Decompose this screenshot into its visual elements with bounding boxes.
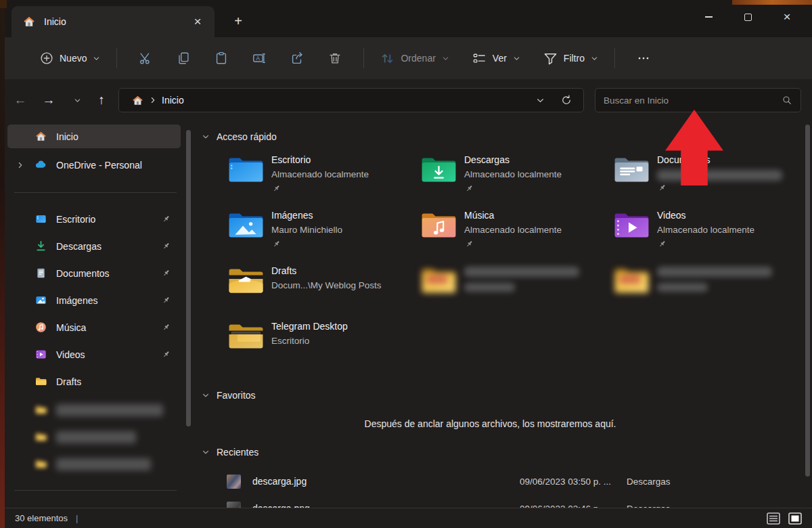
pictures-icon: [35, 294, 47, 307]
history-dropdown-button[interactable]: [66, 89, 89, 112]
close-button[interactable]: ×: [767, 5, 807, 28]
search-icon[interactable]: [782, 95, 792, 106]
recent-file-row[interactable]: descarga.jpg 09/06/2023 03:50 p. ... Des…: [227, 470, 798, 493]
maximize-button[interactable]: [728, 5, 767, 28]
filter-button[interactable]: Filtro: [537, 46, 605, 71]
sidebar-item-onedrive[interactable]: OneDrive - Personal: [7, 153, 181, 177]
trash-icon: [328, 51, 342, 66]
search-input[interactable]: [604, 95, 782, 106]
file-thumbnail: [227, 475, 241, 489]
sidebar-item-label: OneDrive - Personal: [56, 160, 142, 171]
blurred-title: [657, 267, 772, 277]
sidebar-item-drafts[interactable]: Drafts: [7, 370, 181, 393]
chevron-down-icon: [441, 54, 450, 63]
file-date: 09/06/2023 03:50 p. ...: [520, 477, 627, 487]
up-button[interactable]: ↑: [90, 89, 113, 112]
section-recent[interactable]: Recientes: [201, 447, 258, 458]
toolbar-separator: [116, 48, 117, 68]
tile-descargas[interactable]: Descargas Almacenado localmente: [420, 153, 612, 196]
toolbar-separator: [614, 48, 615, 68]
rename-button[interactable]: [240, 45, 278, 71]
tile-telegram-desktop[interactable]: Telegram Desktop Escritorio: [227, 320, 420, 362]
sidebar-item-escritorio[interactable]: Escritorio: [7, 207, 181, 231]
tile-escritorio[interactable]: Escritorio Almacenado localmente: [227, 153, 420, 196]
paste-icon: [214, 51, 229, 66]
minimize-button[interactable]: [689, 5, 728, 28]
sidebar-item-documentos[interactable]: Documentos: [7, 261, 181, 285]
tab-close-icon[interactable]: ×: [189, 13, 206, 30]
folder-music-icon: [420, 210, 458, 242]
tile-title: Música: [464, 208, 562, 223]
sidebar-item-musica[interactable]: Música: [7, 315, 181, 339]
share-button[interactable]: [278, 45, 316, 71]
large-icons-view-button[interactable]: [786, 510, 804, 527]
wallpaper-sliver-top-left: [0, 0, 7, 8]
paste-button[interactable]: [202, 45, 240, 71]
cut-button[interactable]: [127, 45, 164, 71]
main-scrollbar[interactable]: [805, 125, 810, 477]
section-favorites[interactable]: Favoritos: [201, 390, 256, 401]
delete-button[interactable]: [316, 45, 354, 71]
tile-musica[interactable]: Música Almacenado localmente: [420, 208, 612, 251]
section-quick-access[interactable]: Acceso rápido: [201, 131, 277, 142]
details-view-button[interactable]: [765, 510, 782, 527]
items-count: 30 elementos: [15, 513, 68, 523]
sidebar-item-blurred[interactable]: [7, 425, 181, 449]
new-button[interactable]: Nuevo: [33, 46, 107, 70]
new-tab-button[interactable]: +: [228, 11, 248, 31]
ellipsis-icon: [636, 51, 651, 66]
collapse-chevron-icon[interactable]: [201, 132, 210, 141]
file-thumbnail: [227, 502, 241, 508]
tile-title: Escritorio: [271, 153, 369, 167]
tile-videos[interactable]: Videos Almacenado localmente: [612, 208, 805, 251]
search-box[interactable]: [595, 88, 801, 112]
tile-blurred[interactable]: [420, 264, 612, 307]
sidebar-item-descargas[interactable]: Descargas: [7, 234, 181, 258]
folder-drafts-icon: [227, 265, 265, 297]
tile-documentos[interactable]: Documentos: [612, 153, 805, 196]
wallpaper-sliver-top-right: [732, 0, 812, 5]
tile-subtitle: Almacenado localmente: [657, 223, 754, 237]
address-dropdown-icon[interactable]: [535, 95, 545, 106]
breadcrumb[interactable]: Inicio: [162, 95, 535, 106]
recent-file-row[interactable]: descarga.png 09/06/2023 03:46 p... Desca…: [227, 497, 798, 508]
pin-icon: [271, 183, 281, 194]
collapse-chevron-icon[interactable]: [201, 391, 210, 400]
collapse-chevron-icon[interactable]: [201, 447, 210, 457]
folder-documents-icon: [612, 154, 651, 186]
sidebar-item-inicio[interactable]: Inicio: [7, 125, 181, 148]
expand-chevron-icon[interactable]: [16, 160, 25, 170]
back-button[interactable]: ←: [9, 89, 32, 112]
tile-title: Imágenes: [271, 208, 342, 223]
filter-button-label: Filtro: [564, 53, 585, 64]
blurred-label: [56, 458, 151, 470]
tile-subtitle: Almacenado localmente: [464, 223, 562, 237]
sidebar-scrollbar[interactable]: [186, 130, 191, 426]
sidebar-item-imagenes[interactable]: Imágenes: [7, 288, 181, 312]
chevron-down-icon: [73, 96, 82, 105]
sort-button[interactable]: Ordenar: [374, 46, 455, 71]
folder-downloads-icon: [420, 154, 458, 186]
view-button[interactable]: Ver: [466, 46, 527, 71]
sidebar-item-blurred[interactable]: [7, 398, 181, 422]
tile-imagenes[interactable]: Imágenes Mauro Minichiello: [227, 208, 420, 251]
tab-inicio[interactable]: Inicio ×: [12, 6, 215, 37]
copy-button[interactable]: [164, 45, 202, 71]
sidebar-item-blurred[interactable]: [7, 452, 181, 476]
address-bar[interactable]: Inicio: [118, 88, 584, 112]
pin-icon: [161, 349, 171, 359]
view-list-icon: [472, 51, 487, 66]
folder-icon: [35, 403, 47, 416]
sidebar-item-videos[interactable]: Videos: [7, 343, 181, 366]
more-options-button[interactable]: [625, 45, 662, 71]
sidebar-item-label: Drafts: [56, 376, 81, 387]
folder-telegram-icon: [227, 321, 265, 353]
sidebar-item-label: Música: [56, 322, 86, 333]
sidebar-item-label: Descargas: [56, 241, 102, 252]
tile-blurred[interactable]: [612, 264, 805, 307]
favorites-empty-message: Después de anclar algunos archivos, los …: [196, 418, 785, 429]
tile-drafts[interactable]: Drafts Docum...\My Weblog Posts: [227, 264, 420, 307]
main-pane: Acceso rápido Escritorio Almacenado loca…: [196, 120, 812, 508]
refresh-icon[interactable]: [560, 94, 572, 106]
forward-button[interactable]: →: [37, 89, 60, 112]
